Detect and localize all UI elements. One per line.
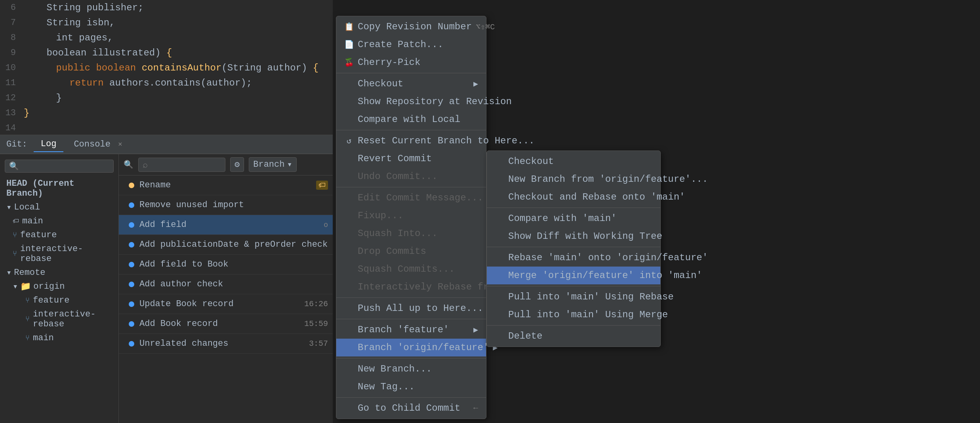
commit-row-add-field[interactable]: Add field o: [119, 215, 333, 235]
commit-message-ab: Add Book record: [139, 319, 296, 329]
commit-row-unrelated[interactable]: Unrelated changes 3:57: [119, 334, 333, 354]
menu-sep-6: [336, 358, 486, 358]
graph-dot-ur: [129, 341, 134, 347]
commit-row-add-pub[interactable]: Add publicationDate & preOrder check: [119, 235, 333, 255]
commit-row-rename[interactable]: Rename 🏷: [119, 175, 333, 195]
branch-dropdown[interactable]: Branch ▾: [249, 157, 296, 172]
branch-dropdown-label: Branch: [253, 160, 284, 170]
commit-row-add-author[interactable]: Add author check: [119, 274, 333, 294]
graph-dot-af: [129, 222, 134, 228]
tab-console[interactable]: Console ×: [67, 137, 129, 152]
commit-row-remove-import[interactable]: Remove unused import: [119, 195, 333, 215]
menu-delete-branch[interactable]: Delete: [487, 327, 660, 345]
code-line-9: 9 boolean illustrated) {: [0, 45, 333, 60]
commit-graph-afb: [124, 262, 139, 267]
commit-time-ab: 15:59: [296, 319, 328, 328]
commit-row-update-book[interactable]: Update Book record 16:26: [119, 294, 333, 314]
commit-tag-rename: 🏷: [316, 181, 328, 190]
branch-item-interactive-rebase[interactable]: ⑂ interactive-rebase: [0, 242, 118, 266]
branch-item-main[interactable]: 🏷 main: [0, 214, 118, 228]
code-line-11: 11 return authors.contains(author);: [0, 75, 333, 90]
gutter-icon-12: [25, 94, 33, 101]
commit-row-add-field-book[interactable]: Add field to Book: [119, 255, 333, 274]
menu-new-tag[interactable]: New Tag...: [336, 378, 486, 396]
menu-push-all[interactable]: Push All up to Here...: [336, 299, 486, 317]
menu-new-branch[interactable]: New Branch...: [336, 360, 486, 378]
menu-undo-commit: Undo Commit...: [336, 168, 486, 185]
graph-dot: [129, 183, 134, 188]
gear-button[interactable]: ⚙: [230, 157, 244, 172]
context-menu-branch-origin-feature: Checkout New Branch from 'origin/feature…: [486, 151, 661, 347]
console-close-icon[interactable]: ×: [118, 141, 122, 149]
code-line-10: 10 public boolean containsAuthor(String …: [0, 60, 333, 75]
menu-compare-local[interactable]: Compare with Local: [336, 111, 486, 128]
head-branch-label: HEAD (Current Branch): [0, 177, 118, 200]
menu-pull-merge[interactable]: Pull into 'main' Using Merge: [487, 306, 660, 324]
remote-group-header: ▾ Remote: [0, 266, 118, 280]
commit-message-ap: Add publicationDate & preOrder check: [139, 240, 328, 250]
commit-message-rename: Rename: [139, 180, 313, 190]
branch-feature-arrow-icon: ▶: [473, 325, 478, 335]
commit-search-input[interactable]: [138, 158, 225, 172]
branch-sep-1: [487, 208, 660, 208]
branch-item-feature[interactable]: ⑂ feature: [0, 228, 118, 242]
commit-message-aa: Add author check: [139, 279, 328, 289]
menu-revert-commit[interactable]: Revert Commit: [336, 150, 486, 168]
branch-item-origin-feature[interactable]: ⑂ feature: [6, 293, 118, 307]
menu-show-repo[interactable]: Show Repository at Revision: [336, 93, 486, 111]
menu-fixup: Fixup...: [336, 207, 486, 225]
menu-sep-3: [336, 187, 486, 187]
context-menu-main: 📋 Copy Revision Number ⌥⇧⌘C 📄 Create Pat…: [336, 16, 486, 419]
code-line-6: 6 String publisher;: [0, 0, 333, 15]
branch-icon-origin-ir: ⑂: [25, 315, 30, 323]
menu-sep-1: [336, 73, 486, 73]
menu-branch-checkout[interactable]: Checkout: [487, 152, 660, 170]
branch-icon-origin-main: ⑂: [25, 334, 30, 342]
chevron-down-icon-remote: ▾: [6, 267, 11, 278]
commit-graph-rename: [124, 183, 139, 188]
chevron-down-icon-origin: ▾: [13, 281, 18, 292]
tag-icon-main: 🏷: [13, 217, 19, 225]
git-tabbar: Git: Log Console ×: [0, 135, 333, 154]
code-editor: 6 String publisher; 7 String isbn, 8 int…: [0, 0, 333, 135]
commit-row-add-book[interactable]: Add Book record 15:59: [119, 314, 333, 334]
menu-new-branch-from[interactable]: New Branch from 'origin/feature'...: [487, 170, 660, 188]
menu-goto-child[interactable]: Go to Child Commit ←: [336, 399, 486, 417]
copy-revision-icon: 📋: [344, 22, 354, 32]
menu-sep-5: [336, 319, 486, 319]
commit-graph-aa: [124, 282, 139, 287]
commit-log: 🔍 ⚙ Branch ▾ Rename 🏷: [119, 154, 333, 423]
menu-copy-revision[interactable]: 📋 Copy Revision Number ⌥⇧⌘C: [336, 18, 486, 36]
menu-edit-commit-msg: Edit Commit Message... F2: [336, 189, 486, 207]
commit-message-afb: Add field to Book: [139, 259, 328, 269]
branch-search-input[interactable]: [5, 160, 114, 173]
menu-squash-into: Squash Into...: [336, 225, 486, 242]
create-patch-icon: 📄: [344, 40, 354, 50]
commit-graph-ri: [124, 202, 139, 208]
menu-rebase-main-onto-origin[interactable]: Rebase 'main' onto 'origin/feature': [487, 249, 660, 267]
branch-sep-3: [487, 286, 660, 286]
menu-sep-4: [336, 297, 486, 298]
branch-sep-2: [487, 247, 660, 247]
menu-branch-origin-feature[interactable]: Branch 'origin/feature' ▶: [336, 339, 486, 356]
code-line-13: 13 }: [0, 105, 333, 120]
menu-merge-origin-into-main[interactable]: Merge 'origin/feature' into 'main': [487, 267, 660, 284]
menu-checkout[interactable]: Checkout ▶: [336, 75, 486, 93]
branch-item-origin-interactive-rebase[interactable]: ⑂ interactive-rebase: [6, 307, 118, 331]
menu-checkout-rebase[interactable]: Checkout and Rebase onto 'main': [487, 188, 660, 206]
menu-reset-branch[interactable]: ↺ Reset Current Branch to Here...: [336, 132, 486, 150]
commit-badge-o: o: [324, 221, 328, 229]
menu-pull-rebase[interactable]: Pull into 'main' Using Rebase: [487, 288, 660, 306]
commit-graph-ap: [124, 242, 139, 248]
menu-cherry-pick[interactable]: 🍒 Cherry-Pick: [336, 53, 486, 71]
branch-item-origin-main[interactable]: ⑂ main: [6, 331, 118, 345]
menu-compare-main[interactable]: Compare with 'main': [487, 210, 660, 227]
commit-time-ub: 16:26: [296, 299, 328, 309]
commit-graph-ur: [124, 341, 139, 347]
menu-branch-feature[interactable]: Branch 'feature' ▶: [336, 321, 486, 339]
git-label: Git:: [6, 139, 27, 149]
menu-create-patch[interactable]: 📄 Create Patch...: [336, 36, 486, 53]
tab-log[interactable]: Log: [34, 137, 64, 152]
menu-show-diff-working[interactable]: Show Diff with Working Tree: [487, 227, 660, 245]
menu-sep-7: [336, 397, 486, 398]
